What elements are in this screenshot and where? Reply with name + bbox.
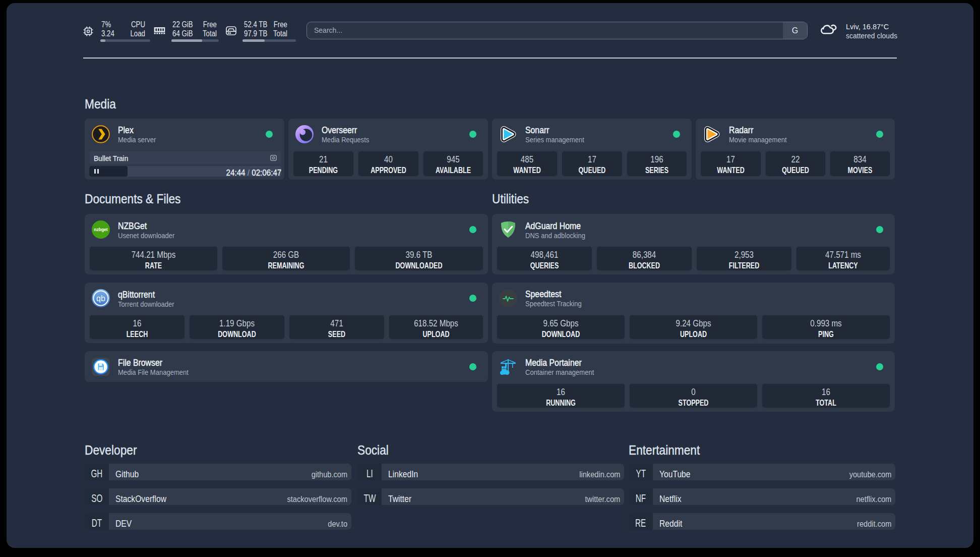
svg-text:qb: qb <box>96 294 105 303</box>
svg-text:nzbget: nzbget <box>94 227 108 232</box>
